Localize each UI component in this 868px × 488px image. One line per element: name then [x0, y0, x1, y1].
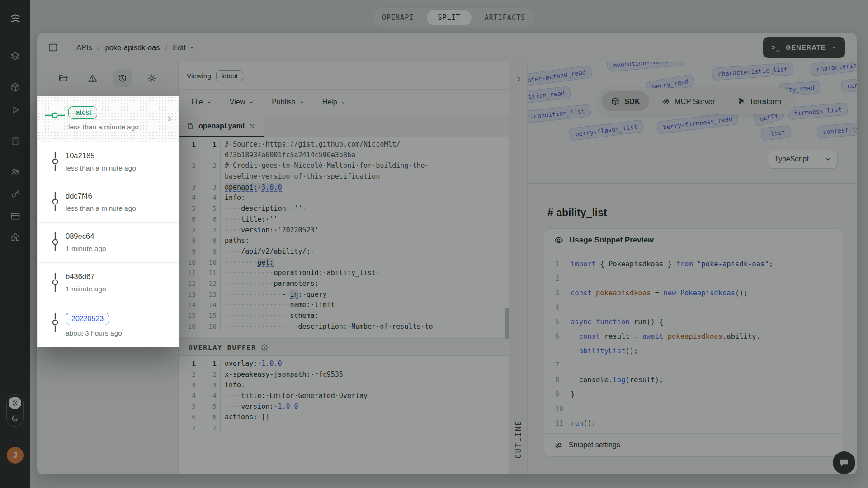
commit-icon	[45, 313, 66, 332]
commit-current-icon	[45, 106, 68, 120]
version-time: about 3 hours ago	[66, 329, 122, 337]
version-hash: 10a2185	[66, 152, 136, 160]
version-time: 1 minute ago	[66, 245, 106, 253]
version-hash: b436d67	[66, 272, 106, 281]
commit-icon	[45, 192, 66, 211]
version-time: less than a minute ago	[66, 164, 136, 172]
version-time: 1 minute ago	[66, 285, 106, 293]
commit-icon	[45, 272, 66, 292]
version-hash: ddc7f46	[66, 192, 136, 200]
commit-icon	[45, 152, 66, 171]
version-item[interactable]: ddc7f46 less than a minute ago	[38, 182, 179, 223]
chevron-right-icon	[166, 115, 173, 122]
version-time: less than a minute ago	[68, 123, 139, 131]
version-item-latest[interactable]: latest less than a minute ago	[38, 96, 179, 142]
version-item-20220523[interactable]: 20220523 about 3 hours ago	[38, 303, 179, 347]
version-item[interactable]: 089ec64 1 minute ago	[38, 223, 179, 263]
version-time: less than a minute ago	[66, 204, 136, 213]
app-root: J OPENAPI SPLIT ARTIFACTS APIs / poke-ap…	[0, 0, 868, 488]
commit-icon	[45, 232, 66, 251]
version-badge-latest: latest	[68, 106, 97, 119]
version-item[interactable]: 10a2185 less than a minute ago	[38, 142, 179, 182]
version-badge-20220523: 20220523	[66, 313, 109, 325]
version-history-panel: latest less than a minute ago 10a2185 le…	[37, 96, 179, 347]
version-hash: 089ec64	[66, 232, 106, 241]
version-item[interactable]: b436d67 1 minute ago	[38, 263, 179, 303]
